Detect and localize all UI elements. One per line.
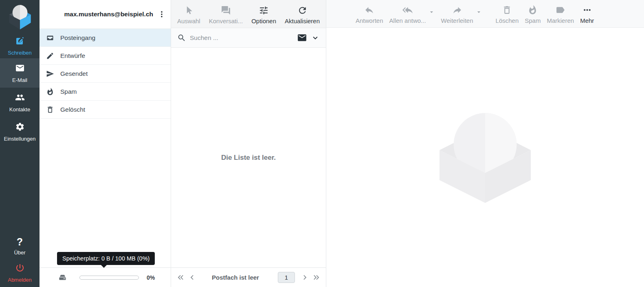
folder-item-trash[interactable]: Gelöscht	[40, 101, 171, 119]
account-header: max.musterhans@beispiel.ch	[40, 0, 171, 29]
sidebar-item-settings[interactable]: Einstellungen	[0, 117, 40, 146]
app-logo[interactable]	[0, 0, 40, 33]
forward-button[interactable]: Weiterleiten	[441, 5, 473, 24]
folder-options-kebab-icon[interactable]	[158, 10, 166, 18]
more-button[interactable]: Mehr	[580, 5, 594, 24]
inbox-icon	[46, 34, 54, 42]
reply-label: Antworten	[356, 17, 383, 24]
tag-icon	[555, 5, 565, 15]
drafts-pencil-icon	[46, 52, 54, 60]
mail-toolbar: Antworten Allen antwo... Weiterleiten	[326, 0, 644, 28]
forward-icon	[452, 5, 462, 15]
message-list-toolbar: Auswahl Konversati... Optionen Aktualisi…	[171, 0, 326, 28]
reply-all-icon	[402, 5, 413, 15]
compose-edit-icon	[15, 36, 25, 47]
forward-group: Weiterleiten	[441, 5, 482, 24]
trash-icon	[46, 106, 54, 114]
reply-icon	[364, 5, 374, 15]
folder-item-inbox[interactable]: Posteingang	[40, 29, 171, 47]
roundcube-watermark-logo	[438, 111, 532, 205]
refresh-button[interactable]: Aktualisieren	[285, 5, 320, 24]
folder-label: Posteingang	[60, 34, 95, 42]
search-input[interactable]	[190, 34, 293, 42]
folder-label: Spam	[60, 88, 77, 95]
options-label: Optionen	[251, 18, 276, 24]
next-page-button[interactable]	[300, 273, 310, 282]
folder-label: Gesendet	[60, 70, 88, 77]
options-button[interactable]: Optionen	[251, 5, 276, 24]
sidebar-item-about[interactable]: ? Über	[0, 234, 40, 258]
quota-tooltip: Speicherplatz: 0 B / 100 MB (0%)	[57, 252, 155, 265]
account-email: max.musterhans@beispiel.ch	[64, 11, 153, 18]
help-question-icon: ?	[17, 237, 23, 247]
sidebar-item-mail[interactable]: E-Mail	[0, 58, 40, 88]
reply-all-label: Allen antwo...	[389, 17, 426, 24]
sidebar-item-label: Kontakte	[9, 106, 30, 113]
storage-disk-icon	[58, 273, 67, 282]
sidebar-item-logout[interactable]: Abmelden	[0, 258, 40, 287]
first-page-button[interactable]	[176, 273, 186, 282]
task-sidebar: Schreiben E-Mail Kontakte Einstellungen …	[0, 0, 40, 287]
reply-all-group: Allen antwo...	[389, 5, 435, 24]
search-icon	[177, 33, 186, 42]
roundcube-logo-icon	[6, 2, 34, 32]
folder-item-junk[interactable]: Spam	[40, 83, 171, 101]
sliders-icon	[259, 5, 269, 15]
page-number-input[interactable]: 1	[278, 272, 295, 283]
junk-flame-icon	[46, 88, 54, 96]
pagination-bar: Postfach ist leer 1	[171, 267, 326, 287]
delete-button[interactable]: Löschen	[496, 5, 519, 24]
webmail-app: Schreiben E-Mail Kontakte Einstellungen …	[0, 0, 644, 287]
refresh-icon	[297, 5, 308, 15]
folder-label: Gelöscht	[60, 106, 85, 113]
folder-item-sent[interactable]: Gesendet	[40, 65, 171, 83]
flame-icon	[528, 5, 538, 15]
folder-panel: max.musterhans@beispiel.ch Posteingang E…	[40, 0, 171, 287]
power-icon	[15, 263, 25, 274]
cursor-icon	[184, 5, 194, 15]
folder-item-drafts[interactable]: Entwürfe	[40, 47, 171, 65]
sidebar-item-label: Über	[14, 249, 25, 256]
junk-label: Spam	[525, 17, 541, 24]
folder-list: Posteingang Entwürfe Gesendet Spam Gelös…	[40, 29, 171, 119]
search-scope-envelope-icon[interactable]	[297, 33, 307, 43]
empty-list-message: Die Liste ist leer.	[221, 154, 276, 162]
forward-dropdown-caret-icon[interactable]	[475, 9, 482, 15]
select-button[interactable]: Auswahl	[177, 5, 200, 24]
search-bar	[171, 28, 326, 48]
message-list-body: Die Liste ist leer.	[171, 48, 326, 267]
sidebar-item-label: Schreiben	[8, 50, 32, 56]
last-page-button[interactable]	[311, 273, 321, 282]
reply-all-button[interactable]: Allen antwo...	[389, 5, 426, 24]
quota-percent: 0%	[147, 274, 155, 281]
reply-button[interactable]: Antworten	[356, 5, 383, 24]
ellipsis-icon	[582, 5, 592, 15]
mailbox-status: Postfach ist leer	[198, 274, 273, 281]
contacts-people-icon	[15, 93, 25, 104]
quota-progressbar[interactable]	[79, 276, 139, 280]
mail-envelope-icon	[15, 63, 25, 74]
trash-icon	[502, 5, 512, 15]
select-label: Auswahl	[177, 18, 200, 24]
chat-bubbles-icon	[221, 5, 231, 15]
delete-label: Löschen	[496, 17, 519, 24]
sidebar-item-label: E-Mail	[12, 77, 27, 83]
mail-content-pane: Antworten Allen antwo... Weiterleiten	[326, 0, 644, 287]
mark-label: Markieren	[547, 17, 574, 24]
forward-label: Weiterleiten	[441, 17, 473, 24]
sidebar-item-label: Abmelden	[8, 277, 32, 283]
junk-button[interactable]: Spam	[525, 5, 541, 24]
sent-paperplane-icon	[46, 70, 54, 78]
threads-label: Konversati...	[209, 18, 243, 24]
sidebar-spacer	[0, 146, 40, 234]
prev-page-button[interactable]	[187, 273, 197, 282]
sidebar-item-label: Einstellungen	[4, 136, 35, 142]
sidebar-item-compose[interactable]: Schreiben	[0, 33, 40, 58]
reply-all-dropdown-caret-icon[interactable]	[428, 9, 435, 15]
threads-button[interactable]: Konversati...	[209, 5, 243, 24]
mark-button[interactable]: Markieren	[547, 5, 574, 24]
more-label: Mehr	[580, 17, 594, 24]
sidebar-item-contacts[interactable]: Kontakte	[0, 88, 40, 117]
refresh-label: Aktualisieren	[285, 18, 320, 24]
search-options-chevron-down-icon[interactable]	[311, 33, 320, 42]
